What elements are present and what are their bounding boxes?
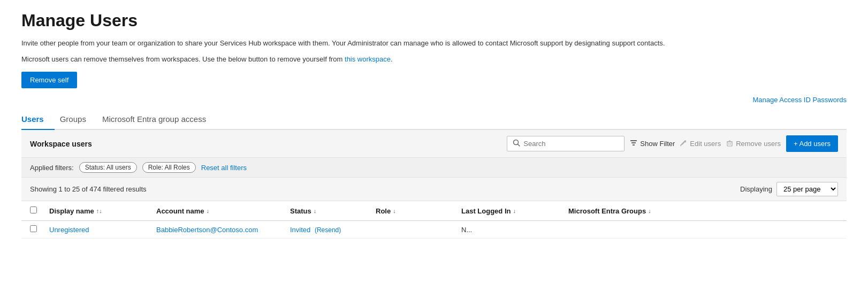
- filter-icon: [630, 139, 637, 148]
- description-1: Invite other people from your team or or…: [21, 38, 847, 49]
- filter-chip-status[interactable]: Status: All users: [79, 162, 137, 173]
- remove-self-button[interactable]: Remove self: [21, 72, 77, 88]
- search-box[interactable]: [507, 136, 625, 151]
- filter-chip-role[interactable]: Role: All Roles: [142, 162, 196, 173]
- sort-role-icon: ↓: [393, 208, 396, 214]
- sort-display-name-icon: ↑↓: [96, 208, 102, 214]
- row-checkbox[interactable]: [30, 225, 37, 232]
- tabs-container: Users Groups Microsoft Entra group acces…: [21, 109, 847, 130]
- select-all-checkbox[interactable]: [30, 206, 37, 213]
- edit-users-button[interactable]: Edit users: [680, 140, 721, 148]
- col-role-header[interactable]: Role ↓: [376, 207, 461, 215]
- col-entra-groups-header[interactable]: Microsoft Entra Groups ↓: [568, 207, 838, 215]
- toolbar: Workspace users: [21, 130, 847, 158]
- search-input[interactable]: [523, 140, 619, 148]
- add-users-button[interactable]: + Add users: [786, 135, 838, 152]
- sort-status-icon: ↓: [314, 208, 317, 214]
- col-last-logged-header[interactable]: Last Logged In ↓: [461, 207, 568, 215]
- manage-access-link[interactable]: Manage Access ID Passwords: [752, 96, 847, 104]
- col-status-header[interactable]: Status ↓: [290, 207, 376, 215]
- status-label: Invited: [290, 226, 310, 234]
- displaying-label: Displaying: [740, 185, 772, 193]
- workspace-users-label: Workspace users: [30, 140, 92, 148]
- filters-bar: Applied filters: Status: All users Role:…: [21, 158, 847, 178]
- status-extra[interactable]: (Resend): [315, 226, 341, 234]
- col-checkbox-header: [30, 206, 49, 215]
- col-display-name-header[interactable]: Display name ↑↓: [49, 207, 156, 215]
- workspace-link[interactable]: this workspace: [345, 55, 391, 63]
- sort-account-name-icon: ↓: [207, 208, 210, 214]
- tab-groups[interactable]: Groups: [60, 109, 97, 129]
- per-page-select[interactable]: 25 per page 50 per page 100 per page: [776, 182, 838, 196]
- sort-last-logged-icon: ↓: [513, 208, 516, 214]
- reset-all-filters-link[interactable]: Reset all filters: [201, 164, 247, 172]
- results-summary: Showing 1 to 25 of 474 filtered results: [30, 185, 147, 193]
- search-icon: [513, 139, 520, 148]
- page-container: Manage Users Invite other people from yo…: [0, 0, 868, 239]
- tab-entra-group-access[interactable]: Microsoft Entra group access: [102, 109, 217, 129]
- row-account-name: BabbieRobertson@Contoso.com: [156, 226, 290, 234]
- trash-icon: [726, 140, 733, 148]
- row-status: Invited (Resend): [290, 226, 376, 234]
- results-bar: Showing 1 to 25 of 474 filtered results …: [21, 178, 847, 201]
- table-row: Unregistered BabbieRobertson@Contoso.com…: [21, 221, 847, 239]
- svg-line-1: [518, 144, 520, 147]
- table-header: Display name ↑↓ Account name ↓ Status ↓ …: [21, 201, 847, 221]
- remove-users-button[interactable]: Remove users: [726, 140, 781, 148]
- show-filter-button[interactable]: Show Filter: [630, 139, 675, 148]
- svg-rect-6: [727, 142, 732, 146]
- applied-filters-label: Applied filters:: [30, 164, 74, 172]
- row-checkbox-cell: [30, 225, 49, 234]
- tab-users[interactable]: Users: [21, 109, 55, 130]
- page-title: Manage Users: [21, 11, 847, 30]
- description-2: Microsoft users can remove themselves fr…: [21, 54, 847, 65]
- main-wrapper: Workspace users: [21, 130, 847, 239]
- sort-entra-groups-icon: ↓: [648, 208, 651, 214]
- row-last-logged: N...: [461, 226, 568, 234]
- col-account-name-header[interactable]: Account name ↓: [156, 207, 290, 215]
- manage-access-section: Manage Access ID Passwords: [21, 96, 847, 104]
- toolbar-right: Show Filter Edit users: [507, 135, 838, 152]
- displaying-section: Displaying 25 per page 50 per page 100 p…: [740, 182, 838, 196]
- account-name-link[interactable]: BabbieRobertson@Contoso.com: [156, 226, 258, 234]
- row-display-name: Unregistered: [49, 226, 156, 234]
- edit-icon: [680, 140, 687, 148]
- display-name-link[interactable]: Unregistered: [49, 226, 89, 234]
